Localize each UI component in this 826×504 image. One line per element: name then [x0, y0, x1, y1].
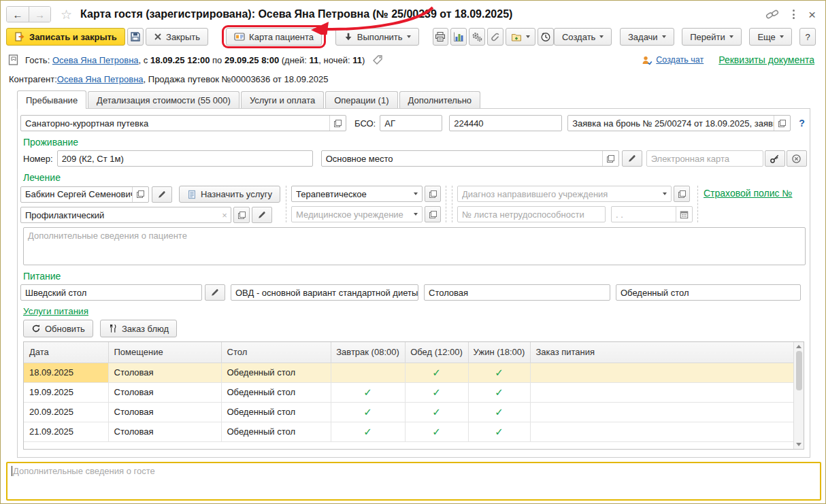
med-institution-field[interactable]: Медицинское учреждение	[291, 206, 423, 222]
check-cell[interactable]: ✓	[331, 422, 405, 441]
sick-leave-field[interactable]: № листа нетрудоспособности	[457, 206, 606, 222]
dropdown-icon[interactable]	[410, 207, 422, 222]
assign-service-button[interactable]: Назначить услугу	[179, 186, 280, 203]
open-diagnosis-button[interactable]	[674, 186, 690, 202]
print-button[interactable]	[433, 28, 449, 46]
check-cell[interactable]: ✓	[405, 422, 468, 441]
accommodation-row: Номер: 209 (К2, Ст 1м) Основное место Эл…	[20, 150, 807, 167]
create-button[interactable]: Создать	[554, 28, 612, 46]
insurance-policy-link[interactable]: Страховой полис №	[704, 188, 792, 199]
table-row[interactable]: 18.09.2025 Столовая Обеденный стол ✓ ✓	[24, 363, 795, 382]
close-window-icon[interactable]: ×	[808, 8, 816, 21]
dining-room-field[interactable]: Столовая	[424, 284, 610, 301]
electronic-card-field[interactable]: Электронная карта	[646, 150, 763, 167]
tag-icon[interactable]	[371, 54, 384, 66]
bso-number-field[interactable]: 224440	[449, 115, 562, 131]
check-cell[interactable]: ✓	[405, 402, 468, 422]
clear-card-button[interactable]	[787, 150, 807, 167]
edit-doctor-button[interactable]	[152, 186, 172, 203]
check-cell[interactable]	[331, 363, 405, 382]
pencil-icon	[157, 190, 167, 199]
calendar-button[interactable]	[676, 207, 692, 222]
open-regime-button[interactable]	[233, 207, 250, 223]
help-button[interactable]: ?	[799, 28, 816, 46]
edit-place-button[interactable]	[622, 150, 642, 167]
sick-leave-date-field[interactable]: . .	[611, 206, 693, 222]
document-details-link[interactable]: Реквизиты документа	[718, 54, 814, 65]
table-row[interactable]: 20.09.2025 Столовая Обеденный стол ✓ ✓ ✓	[24, 402, 795, 422]
treatment-type-field[interactable]: Терапевтическое	[291, 186, 423, 202]
check-cell[interactable]: ✓	[405, 363, 468, 382]
contractor-name-link[interactable]: Осева Яна Петровна	[57, 74, 144, 84]
scrollbar-thumb[interactable]	[796, 351, 802, 390]
clear-icon[interactable]: ×	[218, 207, 231, 222]
guest-name-link[interactable]: Осева Яна Петровна	[52, 55, 139, 65]
more-button[interactable]: Еще	[749, 28, 791, 46]
place-field[interactable]: Основное место	[321, 150, 619, 167]
execute-button[interactable]: Выполнить	[335, 28, 419, 46]
booking-request-field[interactable]: Заявка на бронь № 25/00274 от 18.09.2025…	[567, 115, 791, 131]
edit-meal-service-button[interactable]	[205, 284, 225, 301]
attachments-button[interactable]	[487, 28, 503, 46]
add-to-folder-button[interactable]	[506, 28, 535, 46]
choose-icon[interactable]	[132, 187, 148, 202]
forward-button[interactable]: →	[29, 7, 50, 22]
table-row[interactable]: 19.09.2025 Столовая Обеденный стол ✓ ✓ ✓	[24, 382, 795, 402]
patient-card-button[interactable]: Карта пациента	[226, 28, 322, 46]
write-key-button[interactable]	[765, 150, 785, 167]
order-dishes-button[interactable]: Заказ блюд	[100, 320, 177, 337]
check-cell[interactable]: ✓	[468, 382, 530, 402]
meal-service-type-field[interactable]: Шведский стол	[20, 284, 202, 301]
save-icon	[130, 31, 141, 42]
refresh-button[interactable]: Обновить	[23, 320, 93, 337]
patient-notes-field[interactable]: Дополнительные сведения о пациенте	[23, 227, 806, 265]
dropdown-icon[interactable]	[410, 186, 422, 201]
guest-notes-field[interactable]: Дополнительные сведения о госте	[6, 462, 821, 501]
edit-regime-button[interactable]	[252, 207, 272, 223]
save-button[interactable]	[127, 28, 144, 46]
check-cell[interactable]: ✓	[405, 382, 468, 402]
dining-table-field[interactable]: Обеденный стол	[616, 284, 801, 301]
favorite-star-icon[interactable]: ☆	[61, 7, 72, 22]
check-cell[interactable]: ✓	[468, 422, 530, 441]
bso-series-field[interactable]: АГ	[380, 115, 442, 131]
table-row[interactable]: 21.09.2025 Столовая Обеденный стол ✓ ✓ ✓	[24, 422, 795, 441]
room-field[interactable]: 209 (К2, Ст 1м)	[57, 150, 313, 167]
create-chat-link[interactable]: Создать чат	[642, 55, 704, 65]
scroll-down-icon[interactable]	[796, 443, 802, 446]
voucher-type-field[interactable]: Санаторно-курортная путевка	[20, 115, 346, 131]
tasks-button[interactable]: Задачи	[620, 28, 674, 46]
doctor-field[interactable]: Бабкин Сергей Семенович	[20, 186, 149, 203]
check-cell[interactable]: ✓	[468, 402, 530, 422]
close-button[interactable]: Закрыть	[146, 28, 208, 46]
open-med-institution-button[interactable]	[425, 206, 441, 222]
tab-services-payment[interactable]: Услуги и оплата	[241, 91, 324, 108]
report-button[interactable]	[450, 28, 467, 46]
save-and-close-button[interactable]: Записать и закрыть	[6, 28, 125, 46]
check-cell[interactable]: ✓	[468, 363, 530, 382]
choose-icon[interactable]	[329, 116, 346, 131]
dropdown-icon[interactable]	[659, 186, 671, 201]
regime-field[interactable]: Профилактический ×	[20, 207, 231, 223]
check-cell[interactable]: ✓	[331, 382, 405, 402]
history-button[interactable]	[538, 28, 554, 46]
diet-field[interactable]: ОВД - основной вариант стандартной диеты	[231, 284, 418, 301]
choose-icon[interactable]	[774, 116, 790, 131]
settings-button[interactable]	[469, 28, 485, 46]
choose-icon[interactable]	[602, 151, 618, 166]
scroll-up-icon[interactable]	[796, 345, 802, 348]
link-icon[interactable]	[765, 8, 779, 20]
diagnosis-field[interactable]: Диагноз направившего учреждения	[457, 186, 672, 202]
check-cell[interactable]: ✓	[331, 402, 405, 422]
navigate-button[interactable]: Перейти	[682, 28, 742, 46]
more-options-icon[interactable]	[791, 8, 796, 20]
tab-operations[interactable]: Операции (1)	[325, 91, 397, 108]
tab-cost-details[interactable]: Детализация стоимости (55 000)	[88, 91, 239, 108]
help-icon[interactable]: ?	[799, 118, 805, 129]
tab-additional[interactable]: Дополнительно	[399, 91, 481, 108]
meal-services-link[interactable]: Услуги питания	[23, 306, 88, 316]
back-button[interactable]: ←	[7, 7, 29, 22]
table-scrollbar[interactable]	[793, 342, 804, 449]
tab-stay[interactable]: Пребывание	[17, 90, 86, 109]
open-treatment-type-button[interactable]	[425, 186, 441, 202]
